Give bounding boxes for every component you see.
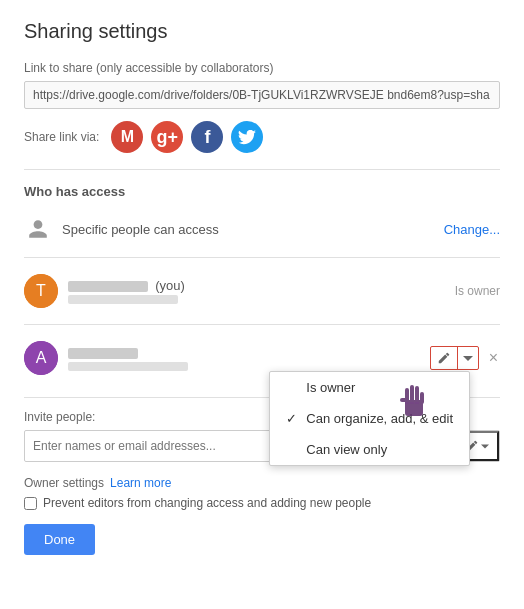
dropdown-label-edit: Can organize, add, & edit: [306, 411, 453, 426]
access-type-row: Specific people can access Change...: [24, 209, 500, 249]
dropdown-label-view: Can view only: [306, 442, 387, 457]
is-owner-label-1: Is owner: [455, 284, 500, 298]
prevent-editors-checkbox[interactable]: [24, 497, 37, 510]
owner-settings-label: Owner settings: [24, 476, 104, 490]
edit-permission-button[interactable]: [430, 346, 479, 370]
person-email-1: [68, 293, 185, 305]
check-icon-owner: [286, 380, 300, 395]
person-left-2: A: [24, 341, 188, 375]
person-row-2: A: [24, 333, 500, 383]
person-row-1: T (you) Is owner: [24, 266, 500, 316]
dropdown-item-is-owner[interactable]: Is owner: [270, 372, 469, 403]
person-right-1: Is owner: [455, 284, 500, 298]
link-section-label: Link to share (only accessible by collab…: [24, 61, 500, 75]
share-link-box[interactable]: https://drive.google.com/drive/folders/0…: [24, 81, 500, 109]
page-title: Sharing settings: [24, 20, 500, 43]
who-has-access-heading: Who has access: [24, 169, 500, 199]
share-via-label: Share link via:: [24, 130, 99, 144]
owner-settings-row: Owner settings Learn more: [24, 476, 500, 490]
done-button[interactable]: Done: [24, 524, 95, 555]
dropdown-label-owner: Is owner: [306, 380, 355, 395]
checkbox-row: Prevent editors from changing access and…: [24, 496, 500, 510]
check-icon-edit: ✓: [286, 411, 300, 426]
pencil-icon: [431, 347, 458, 369]
check-icon-view: [286, 442, 300, 457]
dropdown-item-can-edit[interactable]: ✓ Can organize, add, & edit: [270, 403, 469, 434]
gplus-icon[interactable]: g+: [151, 121, 183, 153]
dropdown-item-can-view[interactable]: Can view only: [270, 434, 469, 465]
gmail-icon[interactable]: M: [111, 121, 143, 153]
permission-dropdown: Is owner ✓ Can organize, add, & edit Can…: [269, 371, 470, 466]
divider-2: [24, 324, 500, 325]
person-email-2: [68, 360, 188, 372]
person-icon: [24, 215, 52, 243]
person-info-2: [68, 345, 188, 372]
avatar-1: T: [24, 274, 58, 308]
change-link[interactable]: Change...: [444, 222, 500, 237]
person-info-1: (you): [68, 278, 185, 305]
learn-more-link[interactable]: Learn more: [110, 476, 171, 490]
avatar-2: A: [24, 341, 58, 375]
person-left-1: T (you): [24, 274, 185, 308]
invite-arrow-icon: [481, 442, 489, 450]
person-name-1: (you): [68, 278, 185, 293]
twitter-icon[interactable]: [231, 121, 263, 153]
dropdown-arrow-icon: [458, 349, 478, 367]
checkbox-label: Prevent editors from changing access and…: [43, 496, 371, 510]
person-right-2: ×: [430, 346, 500, 370]
divider-1: [24, 257, 500, 258]
access-type-label: Specific people can access: [62, 222, 219, 237]
person-name-2: [68, 345, 188, 360]
remove-person-button[interactable]: ×: [487, 349, 500, 367]
svg-text:A: A: [36, 349, 47, 366]
svg-text:T: T: [36, 282, 46, 299]
facebook-icon[interactable]: f: [191, 121, 223, 153]
